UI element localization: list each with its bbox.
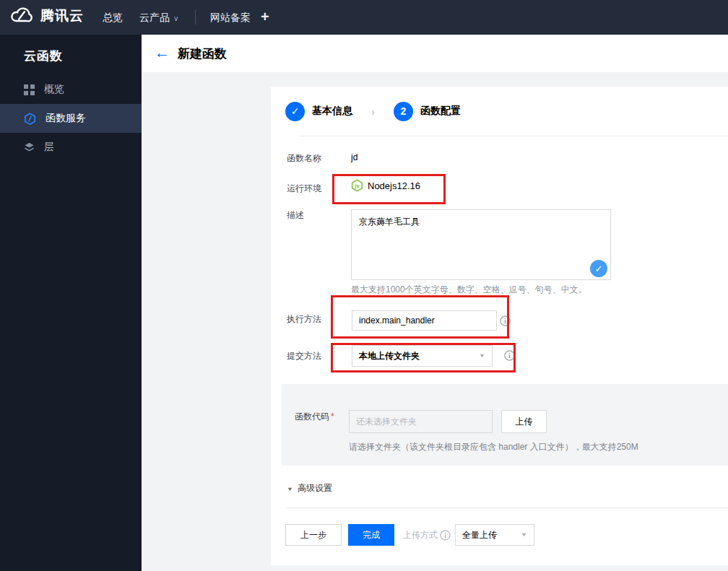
chevron-down-icon: ▼ [521,532,527,538]
description-hint: 最大支持1000个英文字母、数字、空格、逗号、句号、中文。 [351,284,587,296]
screen: 腾讯云 总览 云产品∨ 网站备案 + 云函数 概览 [0,0,728,571]
submit-method-label: 提交方法 [287,350,347,362]
sidebar-title: 云函数 [24,48,63,64]
sidebar-item-label: 层 [44,141,54,154]
runtime-value-row: js Nodejs12.16 [351,179,420,192]
function-code-hint: 请选择文件夹（该文件夹根目录应包含 handler 入口文件），最大支持250M [349,441,638,453]
sidebar-item-label: 概览 [44,83,64,96]
handler-label: 执行方法 [287,313,347,326]
back-arrow-icon[interactable]: ← [155,43,170,62]
description-label: 描述 [287,209,347,222]
content-area: ✓ 基本信息 › 2 函数配置 函数名称 jd 运行环境 js Nodejs12 [142,72,728,571]
form-card: ✓ 基本信息 › 2 函数配置 函数名称 jd 运行环境 js Nodejs12 [271,87,728,565]
upload-mode-label-row: 上传方式 [403,529,451,541]
handler-input[interactable] [352,310,497,331]
info-icon[interactable] [500,315,511,326]
runtime-value: Nodejs12.16 [368,180,420,191]
upload-mode-value: 全量上传 [462,529,497,541]
info-icon[interactable] [440,530,451,541]
function-code-label: 函数代码* [295,411,334,423]
step-chevron-icon: › [371,105,375,118]
page-header: ← 新建函数 [142,35,728,72]
nav-website-record[interactable]: 网站备案 [210,12,251,25]
sidebar-item-label: 函数服务 [46,112,86,125]
step1-done-icon: ✓ [285,102,305,121]
step2-label: 函数配置 [420,105,461,118]
upload-button[interactable]: 上传 [501,410,547,433]
step2-number: 2 [394,102,413,121]
finish-button[interactable]: 完成 [348,524,394,546]
upload-mode-select[interactable]: 全量上传 ▼ [455,524,534,546]
chevron-down-icon: ▼ [479,353,485,359]
sidebar-item-overview[interactable]: 概览 [0,75,142,104]
previous-step-button[interactable]: 上一步 [285,524,342,546]
footer-divider [285,507,728,508]
function-code-section: 函数代码* 上传 请选择文件夹（该文件夹根目录应包含 handler 入口文件）… [282,384,728,466]
nav-add-button[interactable]: + [261,9,269,25]
layers-icon [24,142,35,153]
function-name-label: 函数名称 [287,152,347,165]
nav-cloud-products[interactable]: 云产品∨ [139,12,178,25]
triangle-down-icon: ▼ [287,485,293,492]
advanced-settings-label: 高级设置 [298,482,332,494]
info-icon[interactable] [504,350,515,361]
tencent-cloud-logo[interactable]: 腾讯云 [9,6,84,26]
description-textarea[interactable]: 京东薅羊毛工具 [351,209,611,280]
nav-overview[interactable]: 总览 [103,12,123,25]
folder-path-input[interactable] [349,410,493,433]
function-icon [24,113,36,125]
sidebar-item-function-service[interactable]: 函数服务 [0,104,142,133]
grid-icon [24,84,35,95]
sidebar-item-layers[interactable]: 层 [0,133,142,162]
topbar: 腾讯云 总览 云产品∨ 网站备案 + [0,0,728,35]
submit-method-value: 本地上传文件夹 [359,350,420,362]
svg-text:js: js [354,183,359,189]
steps-divider [300,136,728,136]
advanced-settings-toggle[interactable]: ▼ 高级设置 [287,482,332,494]
page-title: 新建函数 [178,45,227,62]
sidebar: 云函数 概览 函数服务 [0,35,142,571]
cloud-logo-icon [9,6,34,26]
function-name-value: jd [351,152,358,162]
nodejs-icon: js [351,179,363,192]
chevron-down-icon: ∨ [173,14,178,22]
runtime-label: 运行环境 [287,183,347,195]
submit-method-select[interactable]: 本地上传文件夹 ▼ [352,345,493,367]
upload-mode-label: 上传方式 [403,529,438,541]
step1-label: 基本信息 [312,105,352,118]
step-indicator: ✓ 基本信息 › 2 函数配置 [285,101,461,121]
brand-name: 腾讯云 [40,6,84,25]
required-mark: * [331,411,334,422]
valid-check-icon: ✓ [590,260,607,277]
nav-divider [195,10,196,25]
